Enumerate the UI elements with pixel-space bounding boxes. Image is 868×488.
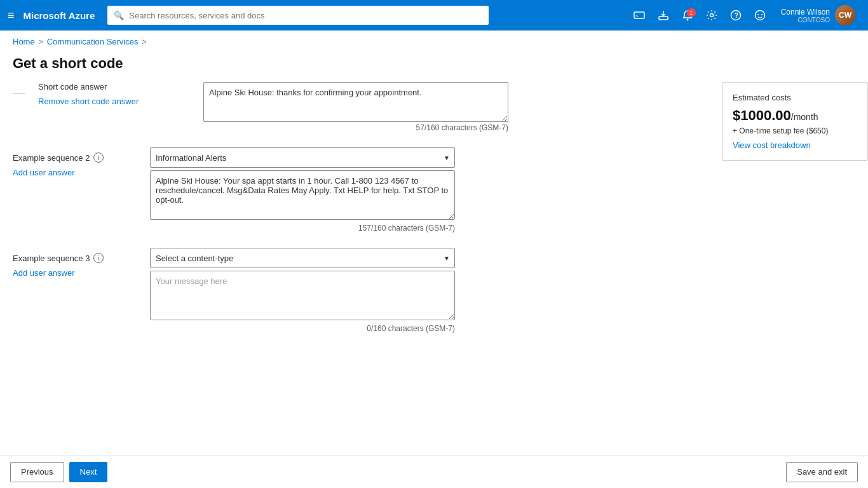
example-seq-3-label-col: Example sequence 3 i Add user answer [13,248,140,278]
cost-breakdown-link[interactable]: View cost breakdown [733,140,857,150]
next-button[interactable]: Next [69,462,108,482]
example-seq-3-label: Example sequence 3 i [13,253,140,263]
short-code-connector: Short code answer Remove short code answ… [13,82,508,132]
footer: Previous Next Save and exit [0,455,868,488]
example-seq-3-text: Example sequence 3 [13,254,90,263]
short-code-section: Short code answer Remove short code answ… [13,82,508,132]
cost-amount: $1000.00 [733,107,791,123]
footer-right: Save and exit [786,462,858,482]
form-section: Short code answer Remove short code answ… [13,82,508,333]
short-code-inner: Short code answer Remove short code answ… [38,82,191,106]
example-seq-3-fields: Select a content-type Informational Aler… [150,248,455,333]
example-seq-2-info-icon[interactable]: i [93,152,104,163]
example-seq-3-textarea[interactable] [150,271,455,320]
cost-amount-row: $1000.00/month [733,107,857,124]
avatar: CW [835,5,855,25]
cloud-shell-button[interactable]: >_ [628,6,650,25]
short-code-field-col: 57/160 characters (GSM-7) [203,82,508,132]
hamburger-menu[interactable]: ≡ [8,10,15,21]
svg-point-3 [686,19,688,21]
user-name: Connie Wilson [781,8,830,17]
example-seq-3-dropdown-container: Select a content-type Informational Aler… [150,248,455,268]
search-input[interactable] [129,11,482,20]
help-button[interactable]: ? [725,6,747,25]
example-sequence-3-row: Example sequence 3 i Add user answer Sel… [13,248,508,333]
cost-panel: Estimated costs $1000.00/month + One-tim… [722,82,868,161]
user-profile[interactable]: Connie Wilson CONTOSO CW [776,3,860,28]
main-content: Short code answer Remove short code answ… [0,82,868,455]
short-code-textarea[interactable] [203,82,508,122]
example-seq-2-dropdown-container: Informational Alerts Promotional Two-Fac… [150,147,455,168]
example-seq-3-info-icon[interactable]: i [93,253,104,263]
app-logo: Microsoft Azure [24,10,95,21]
notification-count: 1 [687,8,696,17]
previous-button[interactable]: Previous [10,462,64,482]
example-seq-2-char-count: 157/160 characters (GSM-7) [150,224,455,233]
feedback-button[interactable] [749,6,771,25]
example-seq-2-text: Example sequence 2 [13,153,90,163]
search-bar[interactable]: 🔍 [107,6,489,25]
short-code-label: Short code answer [38,82,191,92]
svg-text:?: ? [734,11,738,19]
remove-short-code-link[interactable]: Remove short code answer [38,97,139,106]
example-seq-2-label: Example sequence 2 i [13,152,140,163]
cost-panel-title: Estimated costs [733,93,857,102]
svg-point-7 [755,11,764,20]
cost-setup-fee: + One-time setup fee ($650) [733,126,857,135]
example-seq-2-label-col: Example sequence 2 i Add user answer [13,147,140,177]
example-sequence-2-row: Example sequence 2 i Add user answer Inf… [13,147,508,233]
breadcrumb-sep-1: > [39,37,43,46]
cost-period: /month [791,112,818,122]
save-exit-button[interactable]: Save and exit [786,462,858,482]
svg-rect-2 [659,17,668,20]
example-seq-2-textarea[interactable] [150,170,455,220]
footer-left: Previous Next [10,462,107,482]
svg-text:>_: >_ [635,13,642,19]
topnav-icons: >_ 1 ? Connie Wilson CONTOSO CW [628,3,860,28]
breadcrumb-sep-2: > [142,37,146,46]
top-navigation: ≡ Microsoft Azure 🔍 >_ 1 ? Connie Wilson… [0,0,868,30]
svg-point-8 [757,14,759,15]
breadcrumb: Home > Communication Services > [0,30,868,53]
svg-point-9 [761,14,763,15]
page-title: Get a short code [0,53,868,82]
example-seq-3-char-count: 0/160 characters (GSM-7) [150,324,455,333]
svg-point-4 [710,14,713,17]
example-seq-2-fields: Informational Alerts Promotional Two-Fac… [150,147,455,233]
example-seq-3-dropdown[interactable]: Select a content-type Informational Aler… [150,248,455,268]
add-user-answer-3-link[interactable]: Add user answer [13,268,75,278]
notifications-button[interactable]: 1 [677,6,698,25]
breadcrumb-home[interactable]: Home [13,37,35,46]
search-icon: 🔍 [114,11,124,20]
breadcrumb-service[interactable]: Communication Services [47,37,139,46]
add-user-answer-2-link[interactable]: Add user answer [13,168,75,177]
short-code-char-count: 57/160 characters (GSM-7) [203,123,508,132]
upload-button[interactable] [653,6,674,25]
settings-button[interactable] [701,6,722,25]
example-seq-2-dropdown[interactable]: Informational Alerts Promotional Two-Fac… [150,147,455,168]
user-org: CONTOSO [781,17,830,24]
